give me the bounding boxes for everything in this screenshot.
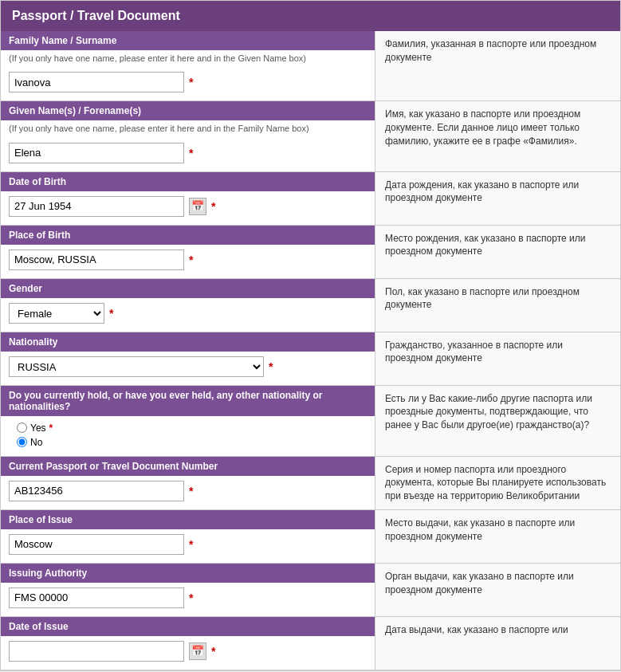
- passport-number-input[interactable]: [9, 481, 184, 501]
- family-name-input[interactable]: [9, 72, 184, 92]
- radio-no-row: No: [9, 435, 367, 450]
- family-name-hint: Фамилия, указанная в паспорте или проезд…: [375, 31, 620, 100]
- date-of-issue-input-row: 📅 *: [1, 636, 375, 670]
- dob-left: Date of Birth 📅 *: [1, 172, 375, 225]
- given-name-required: *: [189, 147, 193, 159]
- other-nationality-label-bar: Do you currently hold, or have you ever …: [1, 386, 375, 416]
- date-of-issue-section: Date of Issue 📅 * Дата выдачи, как указа…: [1, 617, 620, 670]
- radio-yes-required: *: [49, 422, 53, 434]
- other-nationality-radios: Yes * No: [1, 416, 375, 456]
- issuing-authority-hint: Орган выдачи, как указано в паспорте или…: [375, 564, 620, 616]
- other-nationality-left: Do you currently hold, or have you ever …: [1, 386, 375, 456]
- place-of-birth-input[interactable]: [9, 250, 184, 270]
- passport-number-left: Current Passport or Travel Document Numb…: [1, 457, 375, 509]
- dob-input[interactable]: [9, 196, 184, 217]
- radio-yes-label: Yes: [30, 422, 46, 434]
- place-of-issue-section: Place of Issue * Место выдачи, как указа…: [1, 510, 620, 564]
- dob-label: Date of Birth: [1, 172, 375, 191]
- issuing-authority-left: Issuing Authority *: [1, 564, 375, 616]
- date-of-issue-label: Date of Issue: [1, 617, 375, 636]
- nationality-hint: Гражданство, указанное в паспорте или пр…: [375, 332, 620, 385]
- gender-left: Gender Male Female *: [1, 279, 375, 332]
- family-name-label: Family Name / Surname: [1, 31, 375, 50]
- other-nationality-question-label: Do you currently hold, or have you ever …: [9, 390, 322, 412]
- place-of-birth-required: *: [189, 253, 193, 266]
- gender-hint: Пол, как указано в паспорте или проездно…: [375, 279, 620, 332]
- issuing-authority-required: *: [189, 591, 193, 604]
- issuing-authority-label: Issuing Authority: [1, 564, 375, 583]
- date-of-issue-left: Date of Issue 📅 *: [1, 617, 375, 670]
- nationality-section: Nationality RUSSIA * Гражданство, указан…: [1, 332, 620, 386]
- passport-number-label: Current Passport or Travel Document Numb…: [1, 457, 375, 476]
- given-name-left: Given Name(s) / Forename(s) (If you only…: [1, 101, 375, 171]
- date-of-issue-hint: Дата выдачи, как указано в паспорте или: [375, 617, 620, 670]
- issuing-authority-section: Issuing Authority * Орган выдачи, как ук…: [1, 564, 620, 617]
- nationality-left: Nationality RUSSIA *: [1, 332, 375, 385]
- gender-label: Gender: [1, 279, 375, 298]
- nationality-label: Nationality: [1, 332, 375, 352]
- gender-required: *: [109, 307, 113, 320]
- given-name-input-row: *: [1, 138, 375, 171]
- family-name-sublabel: (If you only have one name, please enter…: [1, 50, 375, 67]
- place-of-issue-hint: Место выдачи, как указано в паспорте или…: [375, 510, 620, 563]
- place-of-birth-input-row: *: [1, 245, 375, 278]
- other-nationality-hint: Есть ли у Вас какие-либо другие паспорта…: [375, 386, 620, 456]
- place-of-issue-left: Place of Issue *: [1, 510, 375, 563]
- given-name-sublabel: (If you only have one name, please enter…: [1, 120, 375, 137]
- other-nationality-section: Do you currently hold, or have you ever …: [1, 386, 620, 457]
- given-name-hint: Имя, как указано в паспорте или проездно…: [375, 101, 620, 171]
- passport-number-hint: Серия и номер паспорта или проездного до…: [375, 457, 620, 509]
- passport-number-required: *: [189, 485, 193, 497]
- gender-section: Gender Male Female * Пол, как указано в …: [1, 279, 620, 332]
- family-name-left: Family Name / Surname (If you only have …: [1, 31, 375, 100]
- nationality-select[interactable]: RUSSIA: [9, 356, 264, 377]
- page-title: Passport / Travel Document: [1, 1, 620, 31]
- given-name-section: Given Name(s) / Forename(s) (If you only…: [1, 101, 620, 171]
- place-of-issue-input[interactable]: [9, 534, 184, 555]
- given-name-label: Given Name(s) / Forename(s): [1, 101, 375, 120]
- issuing-authority-input-row: *: [1, 583, 375, 616]
- passport-number-input-row: *: [1, 476, 375, 509]
- radio-yes-input[interactable]: [17, 422, 27, 433]
- radio-no-label: No: [30, 437, 42, 448]
- issuing-authority-input[interactable]: [9, 588, 184, 608]
- place-of-birth-label: Place of Birth: [1, 226, 375, 245]
- place-of-birth-section: Place of Birth * Место рождения, как ука…: [1, 226, 620, 279]
- date-of-issue-input[interactable]: [9, 641, 184, 662]
- family-name-input-row: *: [1, 67, 375, 100]
- dob-hint: Дата рождения, как указано в паспорте ил…: [375, 172, 620, 225]
- place-of-issue-input-row: *: [1, 529, 375, 563]
- gender-select[interactable]: Male Female: [9, 303, 104, 324]
- place-of-birth-hint: Место рождения, как указано в паспорте и…: [375, 226, 620, 278]
- family-name-section: Family Name / Surname (If you only have …: [1, 31, 620, 101]
- nationality-required: *: [269, 360, 273, 373]
- date-of-issue-required: *: [211, 645, 215, 658]
- place-of-issue-label: Place of Issue: [1, 510, 375, 529]
- calendar-icon[interactable]: 📅: [189, 198, 206, 215]
- nationality-input-row: RUSSIA *: [1, 352, 375, 385]
- gender-input-row: Male Female *: [1, 298, 375, 332]
- radio-yes-row: Yes *: [9, 421, 367, 435]
- place-of-birth-left: Place of Birth *: [1, 226, 375, 278]
- passport-form-container: Passport / Travel Document Family Name /…: [0, 0, 621, 671]
- radio-no-input[interactable]: [17, 437, 27, 447]
- dob-section: Date of Birth 📅 * Дата рождения, как ука…: [1, 172, 620, 226]
- place-of-issue-required: *: [189, 538, 193, 551]
- dob-input-row: 📅 *: [1, 191, 375, 225]
- dob-required: *: [211, 200, 215, 213]
- passport-number-section: Current Passport or Travel Document Numb…: [1, 457, 620, 510]
- given-name-input[interactable]: [9, 143, 184, 163]
- date-of-issue-calendar-icon[interactable]: 📅: [189, 643, 206, 660]
- family-name-required: *: [189, 76, 193, 88]
